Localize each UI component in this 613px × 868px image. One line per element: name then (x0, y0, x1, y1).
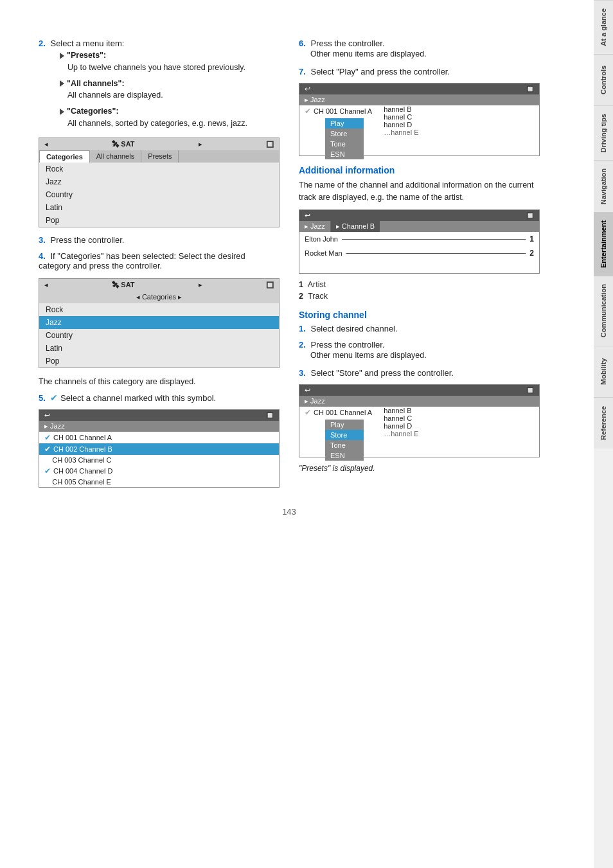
sat2-latin[interactable]: Latin (39, 342, 279, 355)
tab-navigation[interactable]: Navigation (594, 160, 613, 212)
storing-heading: Storing channel (299, 310, 540, 320)
sat2-pop[interactable]: Pop (39, 355, 279, 368)
artist-nav-channel: ▸ Channel B (331, 221, 380, 232)
ch003-row[interactable]: CH 003 Channel C (39, 455, 279, 465)
step-6-label: Press the controller. (310, 39, 384, 48)
step-2-label: Select a menu item: (50, 39, 124, 48)
store-esn[interactable]: ESN (325, 450, 364, 461)
tab-mobility[interactable]: Mobility (594, 346, 613, 397)
sat-list-pop[interactable]: Pop (39, 214, 279, 227)
step-4: 4. If "Categories" has been selected: Se… (39, 251, 280, 270)
sat-list-rock[interactable]: Rock (39, 163, 279, 175)
step-4-label: If "Categories" has been selected: Selec… (39, 251, 245, 270)
presets-desc: Up to twelve channels you have stored pr… (67, 63, 245, 72)
step-6-number: 6. (299, 39, 306, 48)
tab-controls[interactable]: Controls (594, 54, 613, 105)
menu1-tone[interactable]: Tone (325, 139, 364, 149)
artist-header: ↩ 🔲 (299, 210, 539, 221)
sat-list-country[interactable]: Country (39, 188, 279, 201)
additional-info-heading: Additional information (299, 165, 540, 175)
sat-subtitle-2: ◂ Categories ▸ (39, 291, 279, 303)
store-store[interactable]: Store (325, 430, 364, 440)
page-number: 143 (39, 507, 540, 517)
store-step-2-num: 2. (299, 340, 306, 350)
step-5-label: ✔ Select a channel marked with this symb… (50, 393, 216, 403)
menu1-play[interactable]: Play (325, 118, 364, 128)
ch005-row[interactable]: CH 005 Channel E (39, 477, 279, 487)
sat2-rock[interactable]: Rock (39, 303, 279, 316)
store-ch-d: hannel D (384, 422, 418, 430)
sub-item-categories: "Categories": All channels, sorted by ca… (60, 105, 280, 130)
sat-tab-categories[interactable]: Categories (39, 150, 90, 163)
sat-header-2: ◂ 🛰 SAT ▸ 🔲 (39, 279, 279, 291)
tab-entertainment[interactable]: Entertainment (594, 212, 613, 276)
menu1-overlay: Play Store Tone ESN (325, 118, 364, 159)
store-step-1-num: 1. (299, 324, 306, 333)
artist-back-icon: ↩ (305, 211, 310, 220)
artist-name-2: Rocket Man (305, 249, 342, 257)
tab-communication[interactable]: Communication (594, 276, 613, 345)
step-7: 7. Select "Play" and press the controlle… (299, 67, 540, 76)
store-corner-icon: 🔲 (526, 387, 534, 394)
store-step-3: 3. Select "Store" and press the controll… (299, 368, 540, 378)
sat-back-icon: ◂ (44, 140, 48, 148)
step-3-label: Press the controller. (50, 235, 124, 245)
step-2-number: 2. (39, 39, 46, 48)
store-header: ↩ 🔲 (299, 385, 539, 396)
presets-label: "Presets": (67, 51, 106, 60)
menu1-back-icon: ↩ (305, 85, 310, 93)
jazz-display-1: ↩ 🔲 ▸ Jazz ✔ CH 001 Channel A ✔ CH 002 C… (39, 409, 280, 488)
artist-num-1: 1 (529, 235, 534, 244)
sat-display-2: ◂ 🛰 SAT ▸ 🔲 ◂ Categories ▸ Rock Jazz Cou… (39, 278, 280, 368)
jazz-header-1: ↩ 🔲 (39, 410, 279, 421)
sat-back-2: ◂ (44, 281, 48, 289)
sat-tab-allchannels[interactable]: All channels (90, 150, 141, 163)
menu1-store[interactable]: Store (325, 128, 364, 139)
artist-nav-jazz: ▸ Jazz (299, 221, 331, 232)
legend-2: 2 Track (299, 292, 540, 301)
ch001-row[interactable]: ✔ CH 001 Channel A (39, 432, 279, 443)
tab-reference[interactable]: Reference (594, 397, 613, 448)
legend-num-2: 2 (299, 292, 303, 301)
sat-title-2: 🛰 SAT (112, 281, 134, 288)
menu1-ch001: ✔ CH 001 Channel A (299, 105, 377, 117)
step-6-desc: Other menu items are displayed. (310, 49, 427, 58)
ch004-row[interactable]: ✔ CH 004 Channel D (39, 465, 279, 477)
menu1-ch-b: hannel B (384, 105, 418, 113)
menu1-ch-e: …hannel E (384, 128, 418, 136)
store-step-3-num: 3. (299, 368, 306, 378)
sub-item-allchannels: "All channels": All channels are display… (60, 78, 280, 102)
sat-list-jazz[interactable]: Jazz (39, 175, 279, 188)
store-display: ↩ 🔲 ▸ Jazz ✔ CH 001 Channel A Play (299, 384, 540, 457)
sidebar-tabs: At a glance Controls Driving tips Naviga… (594, 0, 613, 868)
allchannels-label: "All channels": (67, 79, 125, 88)
sat-tab-presets[interactable]: Presets (141, 150, 179, 163)
step-3-number: 3. (39, 235, 46, 245)
artist-line-2 (346, 253, 526, 254)
store-ch-e: …hannel E (384, 430, 418, 438)
presets-note: "Presets" is displayed. (299, 464, 540, 473)
artist-corner-icon: 🔲 (526, 212, 534, 219)
menu1-nav: ▸ Jazz (299, 94, 539, 105)
store-tone[interactable]: Tone (325, 440, 364, 450)
sat-list-latin[interactable]: Latin (39, 201, 279, 214)
ch002-row[interactable]: ✔ CH 002 Channel B (39, 443, 279, 455)
sat2-country[interactable]: Country (39, 329, 279, 342)
artist-nav: ▸ Jazz ▸ Channel B (299, 221, 539, 232)
store-overlay: Play Store Tone ESN (325, 420, 364, 461)
store-step-1: 1. Select desired channel. (299, 324, 540, 333)
step-7-number: 7. (299, 67, 306, 76)
sat-header-1: ◂ 🛰 SAT ▸ 🔲 (39, 138, 279, 150)
menu1-header: ↩ 🔲 (299, 84, 539, 94)
categories-label: "Categories": (67, 107, 119, 116)
store-ch001: ✔ CH 001 Channel A (299, 407, 377, 418)
sat2-jazz[interactable]: Jazz (39, 316, 279, 329)
store-step-3-label: Select "Store" and press the controller. (310, 368, 453, 378)
categories-desc: All channels, sorted by categories, e.g.… (67, 119, 247, 128)
store-play[interactable]: Play (325, 420, 364, 430)
menu1-esn[interactable]: ESN (325, 149, 364, 159)
artist-line-1 (342, 239, 526, 240)
tab-driving-tips[interactable]: Driving tips (594, 105, 613, 161)
sat-forward-icon: ▸ (199, 140, 202, 148)
tab-at-a-glance[interactable]: At a glance (594, 0, 613, 54)
